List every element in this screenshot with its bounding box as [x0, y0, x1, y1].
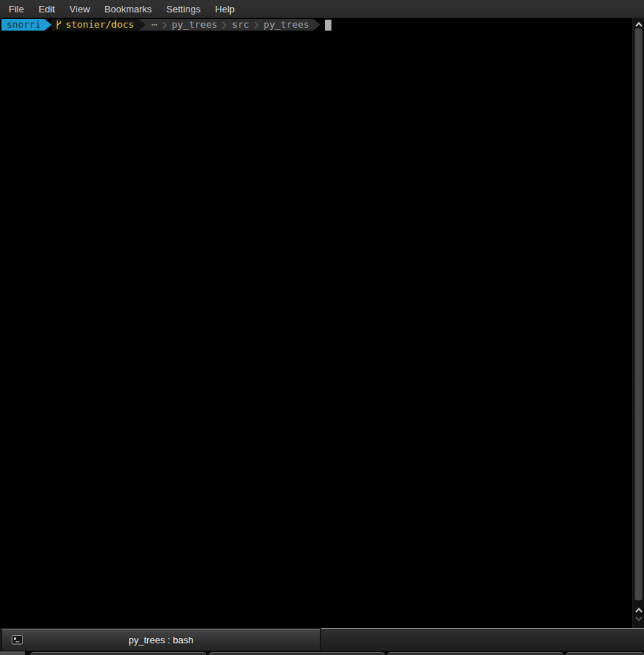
- prompt-line: snorri stonier/docs ⋯ py_trees: [1, 19, 632, 31]
- chevron-up-icon: [635, 22, 643, 27]
- branch-icon: [55, 20, 62, 30]
- tab-py-trees-bash[interactable]: py_trees : bash: [1, 629, 321, 651]
- taskbar-sliver: [0, 651, 644, 655]
- chevron-down-icon: [635, 616, 643, 621]
- scrollbar[interactable]: [632, 18, 644, 628]
- prompt-directory-segment: stonier/docs: [52, 19, 138, 31]
- breadcrumb-src: src: [230, 19, 250, 31]
- taskbar-launcher-button[interactable]: [0, 651, 25, 655]
- menu-settings[interactable]: Settings: [159, 0, 208, 18]
- breadcrumb-py-trees: py_trees: [170, 19, 219, 31]
- tab-bar: py_trees : bash: [0, 628, 644, 651]
- chevron-up-icon: [635, 608, 643, 613]
- taskbar-window-button[interactable]: [31, 652, 206, 655]
- terminal-area[interactable]: snorri stonier/docs ⋯ py_trees: [0, 18, 632, 628]
- taskbar-window-button[interactable]: [566, 652, 644, 655]
- tab-label: py_trees : bash: [2, 635, 320, 646]
- menu-help[interactable]: Help: [208, 0, 242, 18]
- chevron-right-icon: [254, 20, 259, 30]
- scroll-down-button[interactable]: [633, 613, 644, 624]
- powerline-arrow: [44, 19, 52, 31]
- menu-bookmarks[interactable]: Bookmarks: [97, 0, 159, 18]
- prompt-path-segment: ⋯ py_trees src py: [146, 19, 314, 31]
- powerline-arrow: [313, 19, 321, 31]
- prompt-user-segment: snorri: [1, 19, 44, 31]
- menu-file[interactable]: File: [1, 0, 31, 18]
- breadcrumb-py-trees-2: py_trees: [262, 19, 311, 31]
- breadcrumb-ellipsis: ⋯: [150, 19, 159, 31]
- menu-edit[interactable]: Edit: [31, 0, 62, 18]
- chevron-right-icon: [221, 20, 227, 30]
- prompt-directory-label: stonier/docs: [66, 19, 134, 31]
- chevron-right-icon: [162, 20, 168, 30]
- menu-view[interactable]: View: [62, 0, 97, 18]
- menu-bar: File Edit View Bookmarks Settings Help: [0, 0, 644, 18]
- scrollbar-thumb[interactable]: [634, 28, 643, 601]
- terminal-icon: [11, 634, 23, 646]
- taskbar-window-button[interactable]: [388, 652, 563, 655]
- terminal-cursor: [325, 20, 331, 31]
- taskbar-window-button[interactable]: [209, 652, 385, 655]
- tab-bar-empty-area: [321, 628, 644, 651]
- powerline-arrow: [138, 19, 146, 31]
